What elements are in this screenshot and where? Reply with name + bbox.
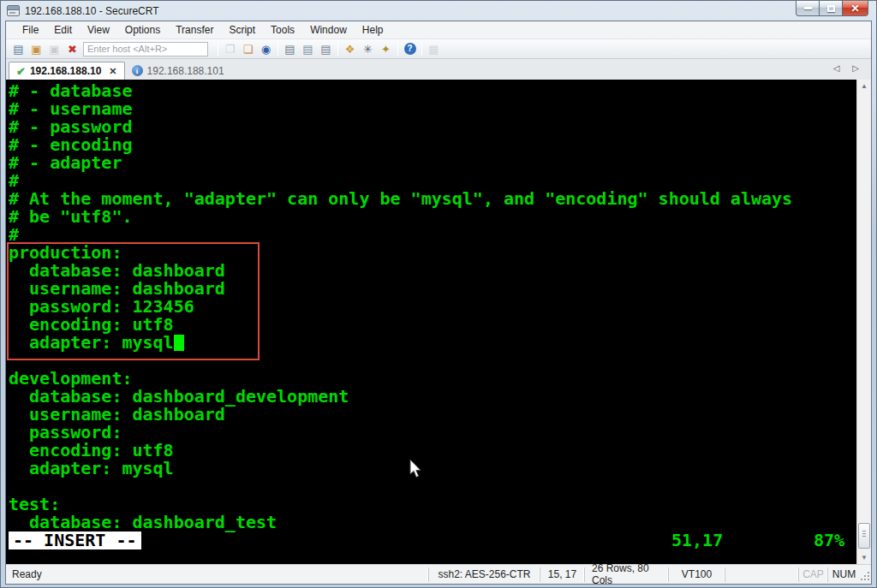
vim-mode-indicator: -- INSERT -- — [9, 532, 141, 549]
terminal-line: # - adapter — [9, 154, 856, 172]
maximize-button[interactable] — [819, 1, 843, 16]
terminal-line: adapter: mysql — [9, 460, 856, 478]
terminal-line: # - username — [9, 100, 856, 118]
securefx-icon: ▦ — [425, 40, 443, 57]
minimize-button[interactable] — [796, 1, 820, 16]
menu-bar: FileEditViewOptionsTransferScriptToolsWi… — [6, 21, 871, 39]
window-controls: ✕ — [796, 1, 868, 16]
status-screen-size: 26 Rows, 80 Cols — [584, 567, 668, 582]
status-num-lock: NUM — [827, 567, 860, 582]
resize-grip[interactable] — [860, 567, 871, 582]
toolbar-separator — [421, 42, 422, 56]
highlight-annotation-box — [7, 242, 260, 360]
vim-cursor-position: 51,17 — [671, 532, 723, 549]
status-cipher: ssh2: AES-256-CTR — [428, 567, 540, 582]
session-options-icon[interactable]: ❖ — [341, 40, 359, 57]
menu-item-options[interactable]: Options — [117, 22, 168, 38]
status-blank-segment — [725, 567, 798, 582]
help-icon[interactable]: ? — [401, 40, 419, 57]
terminal-line: username: dashboard — [9, 406, 856, 424]
close-button[interactable]: ✕ — [842, 1, 868, 16]
menu-item-transfer[interactable]: Transfer — [168, 22, 221, 38]
host-input[interactable] — [83, 42, 208, 56]
terminal-line: # be "utf8". — [9, 208, 856, 226]
connect-in-tab-icon: ▣ — [45, 40, 63, 57]
menu-item-help[interactable]: Help — [355, 22, 391, 38]
terminal-scrollbar[interactable]: ▲ ▼ — [856, 80, 871, 564]
menu-item-view[interactable]: View — [80, 22, 117, 38]
disconnect-icon[interactable]: ✖ — [63, 40, 81, 57]
terminal-line: database: dashboard_test — [9, 514, 856, 532]
toolbar-separator — [397, 42, 398, 56]
menu-item-edit[interactable]: Edit — [46, 22, 80, 38]
terminal-line: # - database — [9, 82, 856, 100]
key-agent-icon[interactable]: ✦ — [377, 40, 395, 57]
session-tab-bar: ✔192.168.188.10✕i192.168.188.101◁ ▷ — [6, 59, 871, 80]
terminal-line: development: — [9, 370, 856, 388]
info-icon: i — [132, 65, 143, 76]
status-ready: Ready — [6, 568, 428, 580]
status-caps-lock: CAP — [798, 567, 827, 582]
mouse-pointer-icon — [409, 460, 422, 478]
terminal-line — [9, 478, 856, 496]
terminal-line: # - encoding — [9, 136, 856, 154]
find-icon[interactable]: ◉ — [257, 40, 275, 57]
minimize-icon — [804, 7, 812, 9]
toolbar-separator — [218, 42, 218, 56]
terminal-line: database: dashboard_development — [9, 388, 856, 406]
window-content: FileEditViewOptionsTransferScriptToolsWi… — [5, 21, 872, 585]
tab-scroll-arrows[interactable]: ◁ ▷ — [833, 63, 864, 73]
tab-label: 192.168.188.101 — [147, 65, 224, 77]
scrollbar-thumb[interactable] — [858, 523, 870, 549]
quick-connect-icon[interactable]: ▣ — [27, 40, 45, 57]
menu-item-file[interactable]: File — [15, 22, 46, 38]
session-tab-192.168.188.10[interactable]: ✔192.168.188.10✕ — [9, 62, 125, 80]
app-icon — [7, 5, 20, 16]
window-title: 192.168.188.10 - SecureCRT — [25, 5, 159, 17]
session-manager-icon[interactable]: ▤ — [9, 40, 27, 57]
connected-check-icon: ✔ — [16, 65, 26, 78]
terminal-line: # — [9, 172, 856, 190]
print-eject-icon[interactable]: ▤ — [299, 40, 317, 57]
tab-close-icon[interactable]: ✕ — [109, 66, 116, 77]
terminal-line: # — [9, 226, 856, 244]
close-icon: ✕ — [850, 3, 859, 14]
scroll-up-arrow-icon[interactable]: ▲ — [857, 80, 871, 92]
titlebar[interactable]: 192.168.188.10 - SecureCRT ✕ — [1, 1, 876, 21]
terminal-line: password: — [9, 424, 856, 442]
status-bar: Ready ssh2: AES-256-CTR 15, 17 26 Rows, … — [6, 564, 871, 584]
scroll-down-arrow-icon[interactable]: ▼ — [857, 551, 871, 564]
vim-scroll-percent: 87% — [814, 532, 844, 549]
tab-label: 192.168.188.10 — [30, 65, 101, 77]
vim-status-line: -- INSERT -- 51,17 87% — [9, 532, 854, 550]
terminal-line: test: — [9, 496, 856, 514]
status-emulation: VT100 — [668, 567, 725, 582]
menu-item-tools[interactable]: Tools — [263, 22, 302, 38]
print-preview-icon[interactable]: ▤ — [281, 40, 299, 57]
menu-item-script[interactable]: Script — [221, 22, 263, 38]
terminal-line: encoding: utf8 — [9, 442, 856, 460]
terminal-line: # - password — [9, 118, 856, 136]
toolbar-separator — [277, 42, 278, 56]
session-tab-192.168.188.101[interactable]: i192.168.188.101 — [125, 62, 231, 80]
keymap-icon[interactable]: ✳ — [359, 40, 377, 57]
status-cursor-position: 15, 17 — [540, 567, 584, 582]
maximize-icon — [827, 5, 835, 12]
terminal-screen[interactable]: # - database# - username# - password# - … — [6, 80, 871, 564]
toolbar-separator — [337, 42, 338, 56]
terminal-line: # At the moment, "adapter" can only be "… — [9, 190, 856, 208]
paste-icon[interactable]: ❏ — [239, 40, 257, 57]
toolbar: ▤▣▣✖❐❏◉▤▤▤❖✳✦?▦ — [6, 39, 871, 59]
print-icon[interactable]: ▤ — [317, 40, 335, 57]
copy-icon: ❐ — [221, 40, 239, 57]
securecrt-window: 192.168.188.10 - SecureCRT ✕ FileEditVie… — [0, 0, 877, 588]
menu-item-window[interactable]: Window — [302, 22, 355, 38]
